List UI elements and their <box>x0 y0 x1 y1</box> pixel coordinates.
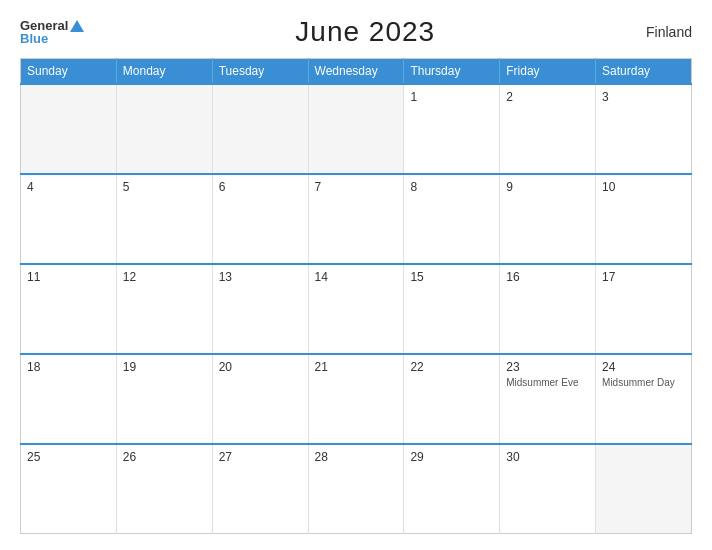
table-row: 11 <box>21 264 117 354</box>
logo-triangle-icon <box>70 20 84 32</box>
header-wednesday: Wednesday <box>308 59 404 85</box>
table-row: 26 <box>116 444 212 534</box>
holiday-label: Midsummer Day <box>602 376 685 389</box>
day-number: 29 <box>410 450 493 464</box>
table-row: 12 <box>116 264 212 354</box>
day-number: 8 <box>410 180 493 194</box>
day-number: 22 <box>410 360 493 374</box>
day-number: 30 <box>506 450 589 464</box>
weekday-header-row: Sunday Monday Tuesday Wednesday Thursday… <box>21 59 692 85</box>
calendar-week-row: 181920212223Midsummer Eve24Midsummer Day <box>21 354 692 444</box>
table-row: 21 <box>308 354 404 444</box>
table-row: 30 <box>500 444 596 534</box>
table-row: 16 <box>500 264 596 354</box>
day-number: 7 <box>315 180 398 194</box>
header: General Blue June 2023 Finland <box>20 16 692 48</box>
table-row: 17 <box>596 264 692 354</box>
day-number: 14 <box>315 270 398 284</box>
table-row: 5 <box>116 174 212 264</box>
day-number: 2 <box>506 90 589 104</box>
table-row: 6 <box>212 174 308 264</box>
day-number: 4 <box>27 180 110 194</box>
table-row: 27 <box>212 444 308 534</box>
table-row: 25 <box>21 444 117 534</box>
table-row: 9 <box>500 174 596 264</box>
day-number: 28 <box>315 450 398 464</box>
calendar-table: Sunday Monday Tuesday Wednesday Thursday… <box>20 58 692 534</box>
calendar-week-row: 45678910 <box>21 174 692 264</box>
logo-blue-text: Blue <box>20 32 84 45</box>
table-row: 18 <box>21 354 117 444</box>
table-row: 13 <box>212 264 308 354</box>
table-row: 29 <box>404 444 500 534</box>
day-number: 11 <box>27 270 110 284</box>
header-saturday: Saturday <box>596 59 692 85</box>
day-number: 13 <box>219 270 302 284</box>
calendar-page: General Blue June 2023 Finland Sunday Mo… <box>0 0 712 550</box>
day-number: 5 <box>123 180 206 194</box>
day-number: 12 <box>123 270 206 284</box>
table-row: 2 <box>500 84 596 174</box>
table-row: 1 <box>404 84 500 174</box>
table-row: 19 <box>116 354 212 444</box>
table-row: 14 <box>308 264 404 354</box>
table-row: 20 <box>212 354 308 444</box>
day-number: 24 <box>602 360 685 374</box>
table-row <box>212 84 308 174</box>
header-tuesday: Tuesday <box>212 59 308 85</box>
day-number: 6 <box>219 180 302 194</box>
day-number: 20 <box>219 360 302 374</box>
day-number: 10 <box>602 180 685 194</box>
table-row: 24Midsummer Day <box>596 354 692 444</box>
table-row: 3 <box>596 84 692 174</box>
calendar-week-row: 252627282930 <box>21 444 692 534</box>
country-label: Finland <box>646 24 692 40</box>
day-number: 9 <box>506 180 589 194</box>
day-number: 3 <box>602 90 685 104</box>
calendar-week-row: 11121314151617 <box>21 264 692 354</box>
day-number: 19 <box>123 360 206 374</box>
day-number: 17 <box>602 270 685 284</box>
table-row: 22 <box>404 354 500 444</box>
table-row: 8 <box>404 174 500 264</box>
logo: General Blue <box>20 19 84 45</box>
day-number: 23 <box>506 360 589 374</box>
header-thursday: Thursday <box>404 59 500 85</box>
header-friday: Friday <box>500 59 596 85</box>
day-number: 16 <box>506 270 589 284</box>
day-number: 27 <box>219 450 302 464</box>
header-monday: Monday <box>116 59 212 85</box>
day-number: 25 <box>27 450 110 464</box>
day-number: 18 <box>27 360 110 374</box>
table-row <box>308 84 404 174</box>
calendar-week-row: 123 <box>21 84 692 174</box>
table-row <box>116 84 212 174</box>
header-sunday: Sunday <box>21 59 117 85</box>
day-number: 21 <box>315 360 398 374</box>
table-row: 4 <box>21 174 117 264</box>
table-row: 7 <box>308 174 404 264</box>
table-row <box>596 444 692 534</box>
table-row <box>21 84 117 174</box>
holiday-label: Midsummer Eve <box>506 376 589 389</box>
table-row: 23Midsummer Eve <box>500 354 596 444</box>
table-row: 10 <box>596 174 692 264</box>
day-number: 15 <box>410 270 493 284</box>
calendar-title: June 2023 <box>295 16 435 48</box>
day-number: 1 <box>410 90 493 104</box>
day-number: 26 <box>123 450 206 464</box>
table-row: 15 <box>404 264 500 354</box>
table-row: 28 <box>308 444 404 534</box>
